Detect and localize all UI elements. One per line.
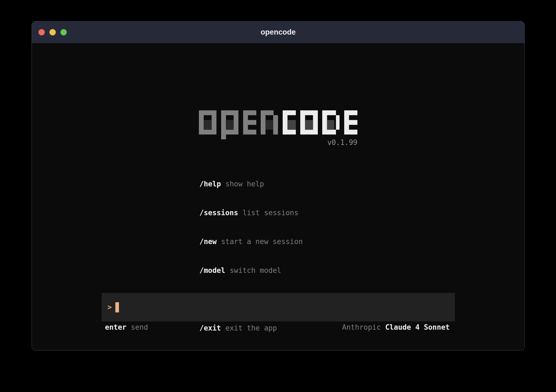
window-title: opencode [261,28,296,37]
command-name: /model [199,266,225,275]
model-name: Claude 4 Sonnet [385,323,450,331]
minimize-window-button[interactable] [49,29,56,35]
keybind-action: send [131,323,148,331]
message-input[interactable]: > [102,293,455,321]
keybind-hint: entersend [105,323,148,332]
prompt-symbol: > [107,303,112,311]
command-item-new: /newstart a new session [199,237,303,247]
terminal-content: v0.1.99 /helpshow help /sessionslist ses… [32,43,524,351]
status-bar: entersend AnthropicClaude 4 Sonnet [102,323,455,332]
model-provider: Anthropic [342,323,381,331]
version-label: v0.1.99 [199,138,357,147]
command-description: start a new session [221,237,303,246]
command-item-model: /modelswitch model [199,266,303,275]
zoom-window-button[interactable] [60,29,67,35]
model-indicator: AnthropicClaude 4 Sonnet [342,323,450,332]
traffic-lights [38,21,67,43]
command-name: /sessions [199,209,238,217]
text-cursor [115,302,119,312]
command-list: /helpshow help /sessionslist sessions /n… [199,160,303,351]
close-window-button[interactable] [38,29,45,35]
command-name: /new [199,237,217,246]
command-item-help: /helpshow help [199,179,303,189]
opencode-window: opencode [32,21,525,351]
command-item-sessions: /sessionslist sessions [199,208,303,218]
command-description: switch model [230,266,281,275]
command-description: show help [225,180,264,188]
opencode-logo [199,110,357,139]
window-titlebar[interactable]: opencode [32,21,524,43]
command-description: list sessions [243,209,299,217]
command-name: /help [199,180,221,188]
keybind-key: enter [105,323,126,331]
